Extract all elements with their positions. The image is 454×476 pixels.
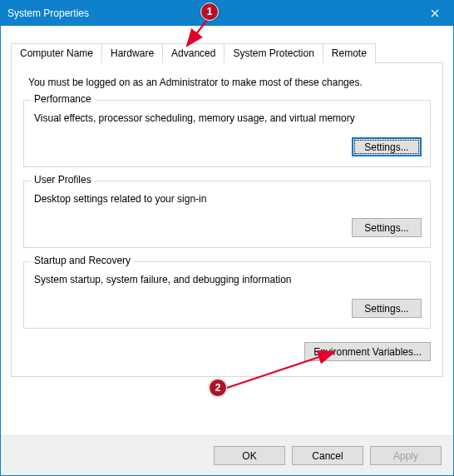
- group-startup-recovery: Startup and Recovery System startup, sys…: [23, 261, 431, 329]
- cancel-button[interactable]: Cancel: [292, 446, 363, 465]
- close-icon: [431, 9, 439, 17]
- group-performance-desc: Visual effects, processor scheduling, me…: [34, 112, 422, 124]
- startup-recovery-settings-button[interactable]: Settings...: [352, 299, 422, 318]
- window-title: System Properties: [7, 7, 89, 19]
- tab-panel-advanced: You must be logged on as an Administrato…: [11, 63, 443, 377]
- tab-computer-name[interactable]: Computer Name: [11, 43, 102, 63]
- tab-hardware[interactable]: Hardware: [101, 43, 163, 63]
- user-profiles-settings-button[interactable]: Settings...: [352, 218, 422, 237]
- ok-button[interactable]: OK: [214, 446, 285, 465]
- tab-system-protection[interactable]: System Protection: [224, 43, 323, 63]
- title-bar: System Properties: [1, 1, 453, 26]
- admin-notice: You must be logged on as an Administrato…: [28, 77, 431, 88]
- annotation-badge-1: 1: [200, 2, 219, 21]
- group-user-profiles: User Profiles Desktop settings related t…: [23, 181, 431, 248]
- dialog-button-row: OK Cancel Apply: [1, 435, 453, 475]
- environment-variables-button[interactable]: Environment Variables...: [304, 342, 431, 361]
- group-user-profiles-title: User Profiles: [31, 174, 95, 186]
- apply-button[interactable]: Apply: [370, 446, 442, 465]
- close-button[interactable]: [416, 1, 453, 26]
- group-user-profiles-desc: Desktop settings related to your sign-in: [34, 193, 422, 205]
- group-startup-recovery-desc: System startup, system failure, and debu…: [34, 274, 422, 285]
- performance-settings-button[interactable]: Settings...: [352, 137, 422, 156]
- tab-advanced[interactable]: Advanced: [162, 43, 225, 63]
- tab-remote[interactable]: Remote: [323, 43, 376, 63]
- group-startup-recovery-title: Startup and Recovery: [31, 255, 134, 266]
- tab-strip: Computer Name Hardware Advanced System P…: [11, 42, 443, 63]
- group-performance: Performance Visual effects, processor sc…: [23, 100, 431, 167]
- annotation-badge-2: 2: [209, 379, 227, 397]
- group-performance-title: Performance: [31, 93, 95, 105]
